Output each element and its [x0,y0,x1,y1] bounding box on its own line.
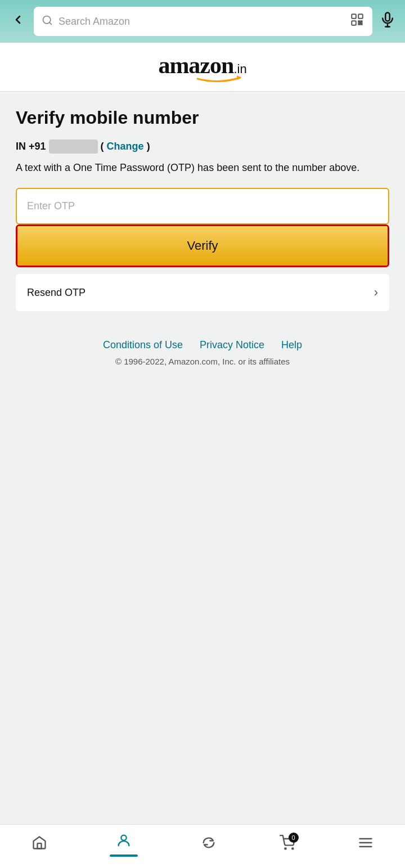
amazon-smile-arrow [196,74,241,82]
change-link[interactable]: Change [107,141,144,152]
amazon-header: amazon.in [0,43,405,92]
cart-badge: 0 [289,833,299,843]
footer-links: Conditions of Use Privacy Notice Help [27,339,378,351]
scan-icon[interactable] [350,12,364,30]
menu-icon [358,835,374,854]
help-link[interactable]: Help [281,339,302,351]
nav-account[interactable] [110,833,138,857]
svg-line-1 [50,22,52,24]
account-icon [116,833,132,852]
svg-rect-3 [358,14,363,19]
phone-info-line: IN +91 •••••••••• ( Change ) [16,140,389,154]
nav-cart[interactable]: 0 [280,835,295,854]
amazon-logo: amazon.in [158,52,246,84]
paren-open: ( [101,141,107,152]
nav-refresh[interactable] [201,835,217,854]
search-placeholder: Search Amazon [58,16,344,28]
back-button[interactable] [9,11,27,32]
main-content: amazon.in Verify mobile number IN +91 ••… [0,43,405,824]
svg-point-11 [285,848,286,849]
home-icon [32,835,47,854]
browser-bar: Search Amazon [0,0,405,43]
otp-input-wrapper [16,188,389,224]
verify-button-wrapper: Verify [16,224,389,267]
svg-rect-5 [385,12,390,21]
phone-number-masked: •••••••••• [49,140,98,154]
svg-point-12 [292,848,293,849]
svg-marker-8 [237,75,241,80]
paren-close: ) [147,141,150,152]
svg-point-10 [122,835,127,840]
footer: Conditions of Use Privacy Notice Help © … [16,339,389,366]
page-title: Verify mobile number [16,107,389,128]
nav-active-indicator [110,854,138,857]
otp-description: A text with a One Time Password (OTP) ha… [16,160,389,176]
svg-rect-4 [352,21,356,25]
search-bar[interactable]: Search Amazon [34,7,372,36]
resend-label: Resend OTP [27,287,86,299]
otp-input[interactable] [16,188,389,224]
nav-home[interactable] [32,835,47,854]
svg-rect-2 [352,14,356,19]
svg-rect-9 [37,843,41,848]
refresh-icon [201,835,217,854]
verify-button[interactable]: Verify [17,226,388,266]
phone-prefix: IN +91 [16,141,46,152]
copyright-text: © 1996-2022, Amazon.com, Inc. or its aff… [27,357,378,366]
bottom-nav: 0 [0,824,405,868]
page-body: Verify mobile number IN +91 •••••••••• (… [0,92,405,366]
resend-arrow-icon: › [374,285,378,300]
conditions-of-use-link[interactable]: Conditions of Use [103,339,183,351]
nav-menu[interactable] [358,835,374,854]
search-icon [42,15,53,29]
resend-otp-card[interactable]: Resend OTP › [16,274,389,311]
microphone-icon[interactable] [379,11,396,32]
privacy-notice-link[interactable]: Privacy Notice [200,339,264,351]
